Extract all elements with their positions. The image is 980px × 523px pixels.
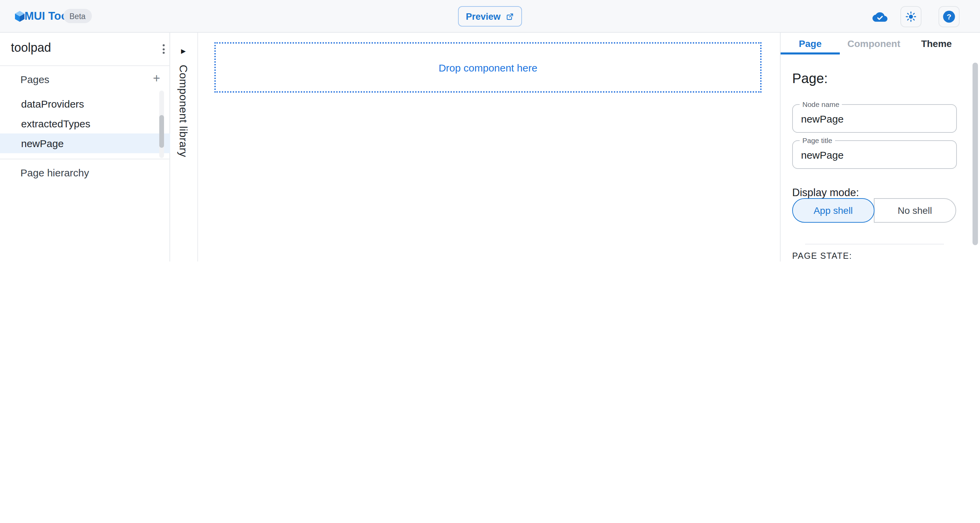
left-sidebar: toolpad Pages + dataProviders extractedT… <box>0 33 170 262</box>
preview-button-label: Preview <box>466 11 501 21</box>
inspector-heading: Page: <box>792 71 828 86</box>
cloud-synced-icon <box>872 11 888 22</box>
page-state-label: PAGE STATE: <box>792 251 852 261</box>
svg-text:?: ? <box>947 12 951 21</box>
display-mode-toggle: App shell No shell <box>792 198 956 223</box>
node-name-input[interactable] <box>801 105 940 132</box>
page-canvas: Drop component here <box>199 33 780 262</box>
app-name: toolpad <box>11 41 51 55</box>
divider <box>0 65 170 66</box>
pages-section-label: Pages <box>21 73 49 85</box>
divider <box>805 244 944 244</box>
theme-toggle-button[interactable] <box>900 6 921 27</box>
beta-badge: Beta <box>63 9 92 23</box>
tab-component[interactable]: Component <box>840 33 908 54</box>
add-page-button[interactable]: + <box>150 72 163 85</box>
component-library-label[interactable]: Component library <box>177 65 189 157</box>
display-mode-app-shell[interactable]: App shell <box>792 198 874 223</box>
drop-zone[interactable]: Drop component here <box>215 42 762 92</box>
tab-page[interactable]: Page <box>781 33 840 54</box>
light-mode-sun-icon <box>905 11 917 22</box>
page-title-field[interactable]: Page title <box>792 140 957 169</box>
sidebar-item-extractedtypes[interactable]: extractedTypes <box>0 113 170 133</box>
open-in-new-icon <box>505 12 514 21</box>
sidebar-item-newpage[interactable]: newPage <box>0 133 170 153</box>
help-button[interactable]: ? <box>939 6 959 27</box>
inspector-panel: Page Component Theme Page: Node name Pag… <box>780 33 980 262</box>
inspector-scrollbar-thumb[interactable] <box>972 63 978 245</box>
app-menu-kebab-icon[interactable] <box>158 41 169 56</box>
inspector-tabs: Page Component Theme <box>781 33 980 54</box>
display-mode-no-shell[interactable]: No shell <box>873 198 956 223</box>
top-bar: MUI Toolpad Beta Preview <box>0 0 980 33</box>
active-tab-indicator <box>781 53 840 54</box>
divider <box>0 158 170 159</box>
tab-theme[interactable]: Theme <box>908 33 965 54</box>
app-window: MUI Toolpad Beta Preview <box>0 0 980 262</box>
expand-component-library-icon[interactable]: ▶ <box>181 48 186 54</box>
drop-zone-hint: Drop component here <box>439 62 537 73</box>
page-hierarchy-label[interactable]: Page hierarchy <box>21 167 89 179</box>
sidebar-item-dataproviders[interactable]: dataProviders <box>0 94 170 113</box>
help-icon: ? <box>942 10 956 24</box>
display-mode-label: Display mode: <box>792 187 859 199</box>
node-name-field[interactable]: Node name <box>792 104 957 133</box>
page-title-input[interactable] <box>801 141 940 168</box>
sidebar-scrollbar-thumb[interactable] <box>159 115 164 148</box>
preview-button[interactable]: Preview <box>458 6 522 27</box>
